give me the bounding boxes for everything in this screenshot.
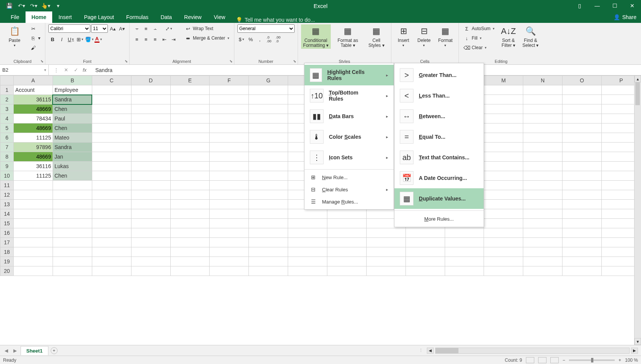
cell-O12[interactable] <box>562 190 602 200</box>
find-select-button[interactable]: 🔍 Find &Select ▾ <box>521 24 540 49</box>
view-page-layout-icon[interactable] <box>538 357 546 363</box>
cell-F5[interactable] <box>210 123 249 133</box>
menu-new-rule[interactable]: ⊞New Rule... <box>304 171 394 183</box>
cell-G14[interactable] <box>249 209 288 219</box>
cell-G13[interactable] <box>249 200 288 209</box>
menu-data-bars[interactable]: ▮▮Data Bars▸ <box>304 106 394 127</box>
menu-more-rules[interactable]: More Rules... <box>394 212 484 225</box>
copy-button[interactable]: ⎘▾ <box>28 34 42 42</box>
cell-A7[interactable]: 97896 <box>14 143 53 152</box>
sheet-nav-next-icon[interactable]: ▶ <box>12 348 18 353</box>
cell-M1[interactable] <box>484 85 523 95</box>
cell-I19[interactable] <box>327 257 366 266</box>
cell-I17[interactable] <box>327 238 366 247</box>
cell-M17[interactable] <box>484 238 523 247</box>
row-header-9[interactable]: 9 <box>0 162 14 171</box>
menu-greater-than[interactable]: >Greater Than... <box>394 65 484 85</box>
cell-B11[interactable] <box>53 181 92 190</box>
cell-M13[interactable] <box>484 200 523 209</box>
zoom-level[interactable]: 100 % <box>625 358 638 363</box>
cell-D15[interactable] <box>131 219 170 228</box>
cell-K18[interactable] <box>405 247 445 257</box>
cell-M5[interactable] <box>484 123 523 133</box>
maximize-button[interactable]: ☐ <box>606 0 623 11</box>
cell-C10[interactable] <box>92 171 131 181</box>
align-top-icon[interactable]: ⫟ <box>133 24 141 33</box>
cell-L19[interactable] <box>445 257 484 266</box>
cell-B19[interactable] <box>53 257 92 266</box>
cell-O1[interactable] <box>562 85 602 95</box>
row-header-8[interactable]: 8 <box>0 152 14 162</box>
clipboard-launcher-icon[interactable]: ⬊ <box>40 59 43 63</box>
row-header-4[interactable]: 4 <box>0 114 14 123</box>
cell-H14[interactable] <box>288 209 327 219</box>
cell-N6[interactable] <box>523 133 562 143</box>
cell-F1[interactable] <box>210 85 249 95</box>
cell-N8[interactable] <box>523 152 562 162</box>
row-header-6[interactable]: 6 <box>0 133 14 143</box>
cell-O7[interactable] <box>562 143 602 152</box>
cell-G2[interactable] <box>249 95 288 104</box>
cell-A17[interactable] <box>14 238 53 247</box>
cell-F8[interactable] <box>210 152 249 162</box>
menu-between[interactable]: ↔Between... <box>394 106 484 127</box>
formula-enter-icon[interactable]: ✓ <box>72 67 80 73</box>
tab-insert[interactable]: Insert <box>52 11 78 23</box>
cell-N9[interactable] <box>523 162 562 171</box>
cell-C3[interactable] <box>92 104 131 114</box>
delete-cells-button[interactable]: ⊟ Delete▾ <box>415 24 433 48</box>
column-header-M[interactable]: M <box>484 76 523 85</box>
cell-C14[interactable] <box>92 209 131 219</box>
cell-C8[interactable] <box>92 152 131 162</box>
cell-E17[interactable] <box>170 238 210 247</box>
ribbon-display-options-icon[interactable]: ▯ <box>571 0 588 11</box>
cell-E13[interactable] <box>170 200 210 209</box>
cell-M12[interactable] <box>484 190 523 200</box>
number-format-select[interactable]: General <box>237 24 295 33</box>
align-center-icon[interactable]: ≡ <box>142 35 150 43</box>
cell-I16[interactable] <box>327 228 366 238</box>
cell-E18[interactable] <box>170 247 210 257</box>
decrease-indent-icon[interactable]: ⇤ <box>160 35 168 43</box>
cell-C19[interactable] <box>92 257 131 266</box>
cell-O9[interactable] <box>562 162 602 171</box>
cell-N20[interactable] <box>523 266 562 276</box>
cell-D14[interactable] <box>131 209 170 219</box>
cell-C13[interactable] <box>92 200 131 209</box>
cell-F10[interactable] <box>210 171 249 181</box>
cell-E11[interactable] <box>170 181 210 190</box>
cell-D5[interactable] <box>131 123 170 133</box>
cell-M16[interactable] <box>484 228 523 238</box>
scroll-down-icon[interactable]: ▼ <box>635 338 641 345</box>
cell-A19[interactable] <box>14 257 53 266</box>
cell-G19[interactable] <box>249 257 288 266</box>
cell-E2[interactable] <box>170 95 210 104</box>
cell-N2[interactable] <box>523 95 562 104</box>
close-button[interactable]: ✕ <box>623 0 641 11</box>
cell-N17[interactable] <box>523 238 562 247</box>
row-header-14[interactable]: 14 <box>0 209 14 219</box>
row-header-20[interactable]: 20 <box>0 266 14 276</box>
menu-color-scales[interactable]: 🌡Color Scales▸ <box>304 127 394 147</box>
cell-B9[interactable]: Lukas <box>53 162 92 171</box>
increase-decimal-icon[interactable]: .0.00 <box>265 35 273 43</box>
cell-D1[interactable] <box>131 85 170 95</box>
row-header-7[interactable]: 7 <box>0 143 14 152</box>
tab-file[interactable]: File <box>5 11 26 23</box>
cell-A14[interactable] <box>14 209 53 219</box>
redo-icon[interactable]: ↷▾ <box>28 2 39 10</box>
cell-C20[interactable] <box>92 266 131 276</box>
cell-M18[interactable] <box>484 247 523 257</box>
cell-G5[interactable] <box>249 123 288 133</box>
cell-D19[interactable] <box>131 257 170 266</box>
touch-mode-icon[interactable]: 👆▾ <box>40 2 51 10</box>
cell-K17[interactable] <box>405 238 445 247</box>
cell-G8[interactable] <box>249 152 288 162</box>
conditional-formatting-button[interactable]: ▦ ConditionalFormatting ▾ <box>301 24 331 49</box>
cell-F4[interactable] <box>210 114 249 123</box>
cell-F9[interactable] <box>210 162 249 171</box>
cell-E6[interactable] <box>170 133 210 143</box>
cell-J16[interactable] <box>366 228 405 238</box>
cell-M10[interactable] <box>484 171 523 181</box>
add-sheet-button[interactable]: + <box>51 347 58 354</box>
